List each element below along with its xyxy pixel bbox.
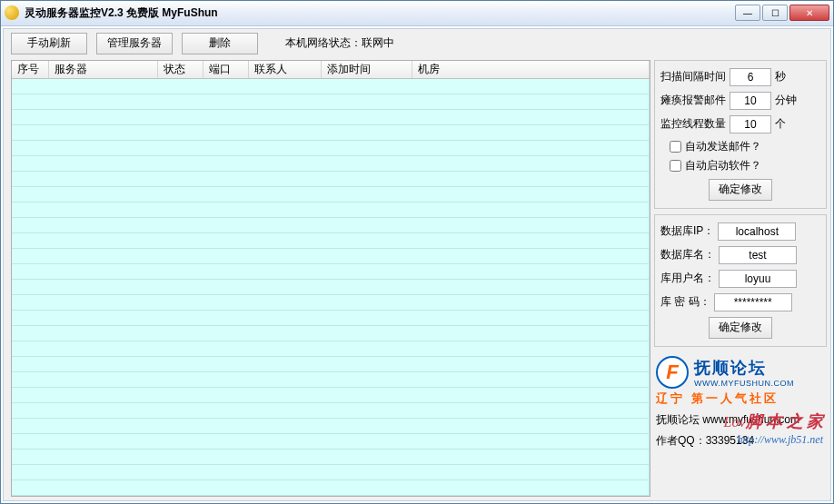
content-area: 序号 服务器 状态 端口 联系人 添加时间 机房 扫 <box>4 58 830 501</box>
table-row[interactable] <box>12 403 650 419</box>
logo-sub: 辽宁 第一人气社区 <box>656 390 825 407</box>
db-name-label: 数据库名： <box>660 247 715 262</box>
table-row[interactable] <box>12 434 650 450</box>
server-table-wrap[interactable]: 序号 服务器 状态 端口 联系人 添加时间 机房 <box>11 60 650 498</box>
db-pass-label: 库 密 码： <box>660 294 710 310</box>
table-row[interactable] <box>12 326 650 341</box>
db-ip-input[interactable] <box>718 222 796 241</box>
table-row[interactable] <box>12 125 650 141</box>
table-row[interactable] <box>12 203 650 218</box>
window-body: 手动刷新 管理服务器 删除 本机网络状态：联网中 序号 服务器 状态 端口 联系… <box>3 28 831 502</box>
table-row[interactable] <box>12 218 650 233</box>
db-pass-input[interactable] <box>714 293 792 311</box>
threads-unit: 个 <box>775 116 786 132</box>
watermark-2: http://www.jb51.net <box>738 433 823 447</box>
table-row[interactable] <box>12 357 650 372</box>
refresh-button[interactable]: 手动刷新 <box>11 33 87 54</box>
table-row[interactable] <box>12 94 650 110</box>
alarm-mail-label: 瘫痪报警邮件 <box>660 93 726 108</box>
table-row[interactable] <box>12 372 650 388</box>
settings-panel: 扫描间隔时间 秒 瘫痪报警邮件 分钟 监控线程数量 个 <box>654 60 827 209</box>
window-controls: — ☐ ✕ <box>735 5 829 21</box>
col-server[interactable]: 服务器 <box>48 61 157 79</box>
logo-icon: F <box>656 356 689 389</box>
table-row[interactable] <box>12 141 650 156</box>
scan-unit: 秒 <box>775 69 786 84</box>
threads-input[interactable] <box>730 115 771 133</box>
auto-mail-checkbox[interactable] <box>670 141 681 153</box>
table-row[interactable] <box>12 419 650 434</box>
db-user-label: 库用户名： <box>660 271 715 286</box>
table-row[interactable] <box>12 465 650 480</box>
col-seq[interactable]: 序号 <box>12 61 48 79</box>
app-icon <box>5 5 19 20</box>
app-window: 灵动服务器监控V2.3 免费版 MyFuShun — ☐ ✕ 手动刷新 管理服务… <box>0 0 834 504</box>
alarm-unit: 分钟 <box>775 93 797 108</box>
close-button[interactable]: ✕ <box>789 5 829 21</box>
toolbar: 手动刷新 管理服务器 删除 本机网络状态：联网中 <box>4 29 830 58</box>
settings-confirm-button[interactable]: 确定修改 <box>709 179 772 201</box>
col-port[interactable]: 端口 <box>203 61 248 79</box>
watermark-1: Lov脚 本 之 家 <box>724 410 824 432</box>
table-row[interactable] <box>12 264 650 280</box>
table-row[interactable] <box>12 110 650 125</box>
alarm-mail-input[interactable] <box>730 92 771 110</box>
table-row[interactable] <box>12 311 650 326</box>
table-row[interactable] <box>12 249 650 264</box>
manage-servers-button[interactable]: 管理服务器 <box>96 33 173 54</box>
table-row[interactable] <box>12 388 650 403</box>
table-row[interactable] <box>12 280 650 295</box>
table-row[interactable] <box>12 480 650 496</box>
col-contact[interactable]: 联系人 <box>248 61 321 79</box>
db-panel: 数据库IP： 数据库名： 库用户名： 库 密 码： <box>654 214 827 347</box>
logo-area: F 抚顺论坛 WWW.MYFUSHUN.COM 辽宁 第一人气社区 抚顺论坛 w… <box>654 352 827 449</box>
minimize-button[interactable]: — <box>735 5 760 21</box>
table-row[interactable] <box>12 79 650 94</box>
table-row[interactable] <box>12 295 650 311</box>
col-addtime[interactable]: 添加时间 <box>321 61 412 79</box>
table-row[interactable] <box>12 187 650 203</box>
logo-en: WWW.MYFUSHUN.COM <box>694 379 794 388</box>
db-user-input[interactable] <box>719 270 797 288</box>
window-title: 灵动服务器监控V2.3 免费版 MyFuShun <box>25 5 735 21</box>
table-row[interactable] <box>12 172 650 187</box>
delete-button[interactable]: 删除 <box>182 33 258 54</box>
maximize-button[interactable]: ☐ <box>762 5 788 21</box>
auto-start-checkbox[interactable] <box>670 160 681 172</box>
right-panel: 扫描间隔时间 秒 瘫痪报警邮件 分钟 监控线程数量 个 <box>654 60 827 498</box>
server-table: 序号 服务器 状态 端口 联系人 添加时间 机房 <box>12 61 650 497</box>
titlebar[interactable]: 灵动服务器监控V2.3 免费版 MyFuShun — ☐ ✕ <box>1 1 833 26</box>
db-ip-label: 数据库IP： <box>660 223 714 239</box>
db-name-input[interactable] <box>719 246 797 264</box>
scan-interval-label: 扫描间隔时间 <box>660 69 726 84</box>
scan-interval-input[interactable] <box>730 68 771 86</box>
db-confirm-button[interactable]: 确定修改 <box>709 317 772 339</box>
threads-label: 监控线程数量 <box>660 116 726 132</box>
col-status[interactable]: 状态 <box>157 61 203 79</box>
col-room[interactable]: 机房 <box>412 61 650 79</box>
auto-start-label: 自动启动软件？ <box>685 158 761 173</box>
logo-cn: 抚顺论坛 <box>694 357 794 379</box>
auto-mail-label: 自动发送邮件？ <box>685 139 761 154</box>
table-row[interactable] <box>12 341 650 357</box>
table-row[interactable] <box>12 156 650 172</box>
table-row[interactable] <box>12 450 650 465</box>
table-row[interactable] <box>12 233 650 249</box>
network-status: 本机网络状态：联网中 <box>285 35 394 51</box>
